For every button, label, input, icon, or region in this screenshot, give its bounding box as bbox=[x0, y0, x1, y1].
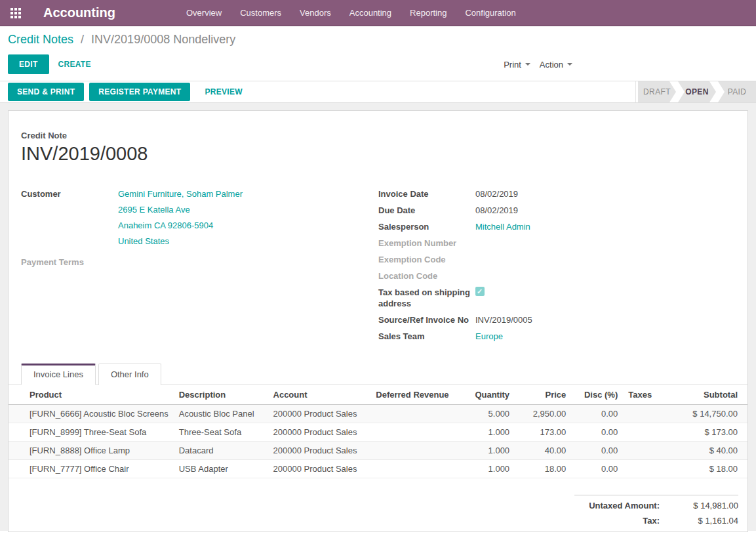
send-print-button[interactable]: SEND & PRINT bbox=[8, 83, 84, 101]
untaxed-amount-label: Untaxed Amount: bbox=[589, 501, 660, 511]
control-panel-buttons: EDIT CREATE Print Action bbox=[8, 54, 748, 74]
untaxed-amount-value: $ 14,981.00 bbox=[660, 501, 738, 511]
cell-deferred bbox=[370, 405, 463, 423]
record-actions: Print Action bbox=[504, 60, 572, 70]
document-fields: Customer Gemini Furniture, Soham Palmer … bbox=[21, 188, 735, 347]
cell-disc: 0.00 bbox=[571, 423, 623, 442]
cell-subtotal: $ 40.00 bbox=[669, 442, 747, 460]
cell-description: USB Adapter bbox=[174, 460, 268, 478]
tab-invoice-lines[interactable]: Invoice Lines bbox=[21, 364, 96, 385]
col-account[interactable]: Account bbox=[268, 385, 371, 405]
print-dropdown-label: Print bbox=[504, 60, 521, 70]
cell-price: 173.00 bbox=[515, 423, 571, 442]
action-dropdown[interactable]: Action bbox=[540, 60, 572, 70]
exemption-code-label: Exemption Code bbox=[378, 254, 475, 265]
cell-product: [FURN_7777] Office Chair bbox=[9, 460, 174, 478]
col-disc[interactable]: Disc (%) bbox=[571, 385, 623, 405]
cell-account: 200000 Product Sales bbox=[268, 423, 371, 442]
status-step-draft[interactable]: DRAFT bbox=[638, 81, 676, 102]
tax-shipping-checkbox[interactable] bbox=[475, 287, 485, 296]
customer-name-link[interactable]: Gemini Furniture, Soham Palmer bbox=[118, 188, 243, 199]
nav-item-reporting[interactable]: Reporting bbox=[402, 4, 454, 22]
sales-team-label: Sales Team bbox=[378, 331, 475, 342]
cell-price: 18.00 bbox=[515, 460, 571, 478]
salesperson-link[interactable]: Mitchell Admin bbox=[475, 221, 530, 232]
breadcrumb: Credit Notes / INV/2019/0008 Nondelivery bbox=[8, 33, 748, 47]
customer-street: 2695 E Katella Ave bbox=[118, 204, 243, 215]
document-number: INV/2019/0008 bbox=[21, 143, 735, 165]
cell-price: 2,950.00 bbox=[515, 405, 571, 423]
cell-product: [FURN_8999] Three-Seat Sofa bbox=[9, 423, 174, 442]
nav-item-overview[interactable]: Overview bbox=[178, 4, 229, 22]
breadcrumb-parent-link[interactable]: Credit Notes bbox=[8, 33, 73, 46]
top-navbar: Accounting Overview Customers Vendors Ac… bbox=[0, 0, 756, 26]
invoice-date-label: Invoice Date bbox=[378, 188, 475, 199]
notebook-tabs: Invoice Lines Other Info bbox=[9, 363, 747, 385]
status-step-open[interactable]: OPEN bbox=[678, 81, 716, 102]
col-subtotal[interactable]: Subtotal bbox=[669, 385, 747, 405]
document-type-label: Credit Note bbox=[21, 131, 735, 140]
sales-team-link[interactable]: Europe bbox=[475, 331, 503, 342]
source-ref-label: Source/Ref Invoice No bbox=[378, 314, 475, 325]
tax-label: Tax: bbox=[643, 516, 660, 526]
table-row[interactable]: [FURN_6666] Acoustic Bloc Screens Acoust… bbox=[9, 405, 747, 423]
cell-taxes bbox=[623, 423, 669, 442]
caret-down-icon bbox=[525, 63, 530, 66]
table-row[interactable]: [FURN_8999] Three-Seat Sofa Three-Seat S… bbox=[9, 423, 747, 442]
cell-disc: 0.00 bbox=[571, 442, 623, 460]
due-date-value: 08/02/2019 bbox=[475, 205, 518, 216]
untaxed-amount-row: Untaxed Amount: $ 14,981.00 bbox=[574, 498, 738, 513]
payment-terms-label: Payment Terms bbox=[21, 257, 118, 268]
salesperson-label: Salesperson bbox=[378, 221, 475, 232]
register-payment-button[interactable]: REGISTER PAYMENT bbox=[89, 83, 190, 101]
col-taxes[interactable]: Taxes bbox=[623, 385, 669, 405]
cell-deferred bbox=[370, 460, 463, 478]
nav-item-customers[interactable]: Customers bbox=[232, 4, 289, 22]
cell-quantity: 1.000 bbox=[463, 423, 515, 442]
status-step-paid[interactable]: PAID bbox=[718, 81, 756, 102]
cell-deferred bbox=[370, 442, 463, 460]
action-dropdown-label: Action bbox=[540, 60, 563, 70]
cell-taxes bbox=[623, 460, 669, 478]
field-source-ref: Source/Ref Invoice No INV/2019/0005 bbox=[378, 314, 732, 325]
invoice-lines-table: Product Description Account Deferred Rev… bbox=[9, 385, 747, 478]
field-invoice-date: Invoice Date 08/02/2019 bbox=[378, 188, 732, 199]
col-quantity[interactable]: Quantity bbox=[463, 385, 515, 405]
tax-value: $ 1,161.04 bbox=[660, 516, 738, 526]
main-menu: Overview Customers Vendors Accounting Re… bbox=[178, 4, 524, 22]
cell-account: 200000 Product Sales bbox=[268, 405, 371, 423]
col-deferred-revenue[interactable]: Deferred Revenue bbox=[370, 385, 463, 405]
create-button[interactable]: CREATE bbox=[49, 54, 100, 74]
col-product[interactable]: Product bbox=[9, 385, 174, 405]
apps-menu-icon[interactable] bbox=[10, 8, 21, 18]
nav-item-accounting[interactable]: Accounting bbox=[342, 4, 399, 22]
total-row: Total: $ 16,142.04 bbox=[574, 528, 738, 532]
cell-quantity: 1.000 bbox=[463, 442, 515, 460]
nav-item-vendors[interactable]: Vendors bbox=[292, 4, 339, 22]
caret-down-icon bbox=[567, 63, 572, 66]
cell-price: 40.00 bbox=[515, 442, 571, 460]
col-description[interactable]: Description bbox=[174, 385, 268, 405]
edit-button[interactable]: EDIT bbox=[8, 54, 49, 74]
field-location-code: Location Code bbox=[378, 270, 732, 281]
app-name[interactable]: Accounting bbox=[43, 5, 115, 20]
cell-product: [FURN_6666] Acoustic Bloc Screens bbox=[9, 405, 174, 423]
table-row[interactable]: [FURN_8888] Office Lamp Datacard 200000 … bbox=[9, 442, 747, 460]
table-row[interactable]: [FURN_7777] Office Chair USB Adapter 200… bbox=[9, 460, 747, 478]
statusbar: SEND & PRINT REGISTER PAYMENT PREVIEW DR… bbox=[0, 81, 756, 103]
print-dropdown[interactable]: Print bbox=[504, 60, 530, 70]
col-price[interactable]: Price bbox=[515, 385, 571, 405]
cell-quantity: 5.000 bbox=[463, 405, 515, 423]
tab-other-info[interactable]: Other Info bbox=[98, 364, 161, 385]
totals-block: Untaxed Amount: $ 14,981.00 Tax: $ 1,161… bbox=[574, 495, 738, 532]
nav-item-configuration[interactable]: Configuration bbox=[457, 4, 523, 22]
source-ref-value: INV/2019/0005 bbox=[475, 314, 532, 325]
cell-product: [FURN_8888] Office Lamp bbox=[9, 442, 174, 460]
cell-description: Three-Seat Sofa bbox=[174, 423, 268, 442]
cell-disc: 0.00 bbox=[571, 460, 623, 478]
preview-button[interactable]: PREVIEW bbox=[195, 82, 251, 102]
cell-description: Datacard bbox=[174, 442, 268, 460]
field-salesperson: Salesperson Mitchell Admin bbox=[378, 221, 732, 232]
credit-note-sheet: Credit Note INV/2019/0008 Customer Gemin… bbox=[8, 110, 748, 532]
cell-taxes bbox=[623, 442, 669, 460]
